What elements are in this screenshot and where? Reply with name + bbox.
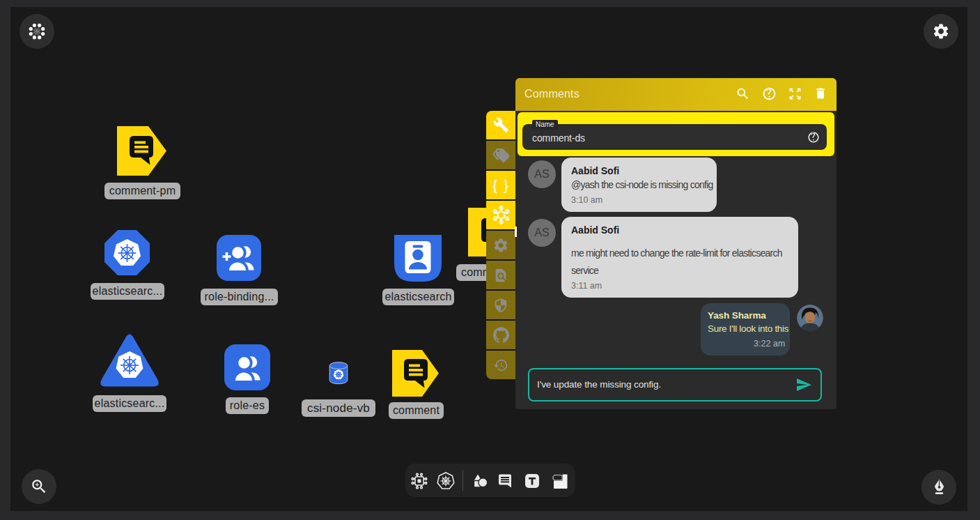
svg-text:{: { [492, 177, 497, 193]
svg-text:}: } [504, 177, 508, 193]
